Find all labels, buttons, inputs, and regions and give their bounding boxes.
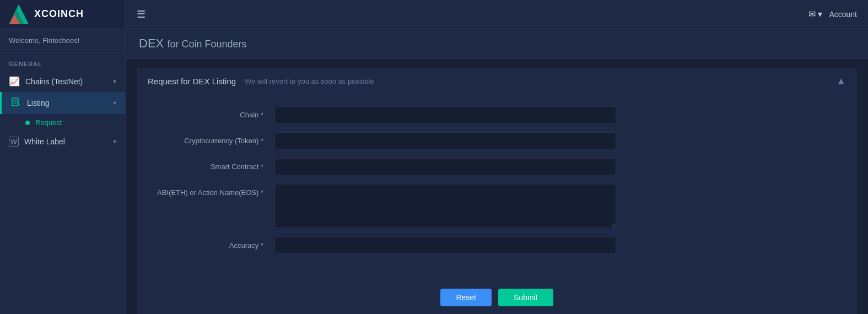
sidebar-item-listing[interactable]: Listing ▾ bbox=[0, 92, 125, 114]
form-row-accuracy: Accuracy * bbox=[153, 237, 840, 254]
topbar-right: ✉ ▾ Account bbox=[808, 9, 857, 19]
logo-text: XCOINCH bbox=[34, 8, 84, 20]
account-button[interactable]: Account bbox=[829, 10, 857, 19]
sidebar-item-label-white-label: White Label bbox=[24, 137, 113, 146]
form-row-abi: ABI(ETH) or Action Name(EOS) * bbox=[153, 184, 840, 228]
form-card-subtitle: We will revert to you as soon as possibl… bbox=[245, 77, 374, 85]
label-accuracy: Accuracy * bbox=[153, 237, 274, 250]
form-divider bbox=[137, 274, 857, 274]
sidebar-section-label: GENERAL bbox=[0, 53, 125, 71]
mail-icon: ✉ bbox=[808, 9, 816, 19]
sidebar-logo: XCOINCH bbox=[0, 0, 125, 29]
input-chain[interactable] bbox=[274, 106, 616, 123]
label-chain: Chain * bbox=[153, 106, 274, 119]
mail-button[interactable]: ✉ ▾ bbox=[808, 9, 822, 19]
form-body: Chain * Cryptocurrency (Token) * Smart C… bbox=[137, 95, 857, 268]
input-abi[interactable] bbox=[274, 184, 616, 228]
page-header: DEX for Coin Founders bbox=[126, 29, 868, 59]
form-card: Request for DEX Listing We will revert t… bbox=[137, 68, 857, 314]
chart-icon: 📈 bbox=[9, 76, 20, 86]
form-card-title: Request for DEX Listing We will revert t… bbox=[148, 77, 374, 86]
form-card-header: Request for DEX Listing We will revert t… bbox=[137, 68, 857, 95]
input-cryptocurrency[interactable] bbox=[274, 132, 616, 149]
form-row-smart-contract: Smart Contract * bbox=[153, 158, 840, 175]
form-row-cryptocurrency: Cryptocurrency (Token) * bbox=[153, 132, 840, 149]
page-title: DEX for Coin Founders bbox=[139, 36, 246, 50]
sidebar-item-label-chains: Chains (TestNet) bbox=[25, 77, 113, 86]
form-card-title-text: Request for DEX Listing bbox=[148, 77, 236, 86]
label-smart-contract: Smart Contract * bbox=[153, 158, 274, 171]
logo-icon bbox=[9, 4, 29, 24]
reset-button[interactable]: Reset bbox=[440, 289, 492, 306]
sidebar-welcome: Welcome, Fintechees! bbox=[0, 29, 125, 53]
label-cryptocurrency: Cryptocurrency (Token) * bbox=[153, 132, 274, 145]
submit-button[interactable]: Submit bbox=[498, 289, 553, 306]
input-smart-contract[interactable] bbox=[274, 158, 616, 175]
hamburger-icon[interactable]: ☰ bbox=[137, 8, 145, 20]
collapse-icon[interactable]: ▲ bbox=[836, 75, 846, 87]
sidebar-item-white-label[interactable]: W White Label ▾ bbox=[0, 131, 125, 152]
main-area: ☰ ✉ ▾ Account DEX for Coin Founders Requ… bbox=[126, 0, 868, 314]
form-actions: Reset Submit bbox=[137, 280, 857, 314]
topbar: ☰ ✉ ▾ Account bbox=[126, 0, 868, 29]
white-label-icon: W bbox=[9, 137, 19, 147]
listing-icon bbox=[10, 98, 21, 109]
page-title-main: DEX bbox=[139, 36, 164, 50]
input-accuracy[interactable] bbox=[274, 237, 616, 254]
label-abi: ABI(ETH) or Action Name(EOS) * bbox=[153, 184, 274, 197]
chevron-down-icon: ▾ bbox=[113, 78, 116, 85]
page-title-suffix: for Coin Founders bbox=[167, 36, 246, 50]
sidebar-sub-item-label-request: Request bbox=[35, 118, 62, 127]
sidebar-item-label-listing: Listing bbox=[27, 99, 113, 107]
page-content: DEX for Coin Founders Request for DEX Li… bbox=[126, 29, 868, 314]
sidebar: XCOINCH Welcome, Fintechees! GENERAL 📈 C… bbox=[0, 0, 126, 314]
sidebar-sub-item-request[interactable]: Request bbox=[0, 114, 125, 131]
chevron-down-icon-wl: ▾ bbox=[113, 138, 116, 145]
mail-chevron: ▾ bbox=[818, 9, 822, 19]
dot-icon bbox=[25, 121, 30, 125]
form-row-chain: Chain * bbox=[153, 106, 840, 123]
sidebar-item-chains[interactable]: 📈 Chains (TestNet) ▾ bbox=[0, 71, 125, 92]
chevron-down-icon-listing: ▾ bbox=[113, 99, 116, 107]
